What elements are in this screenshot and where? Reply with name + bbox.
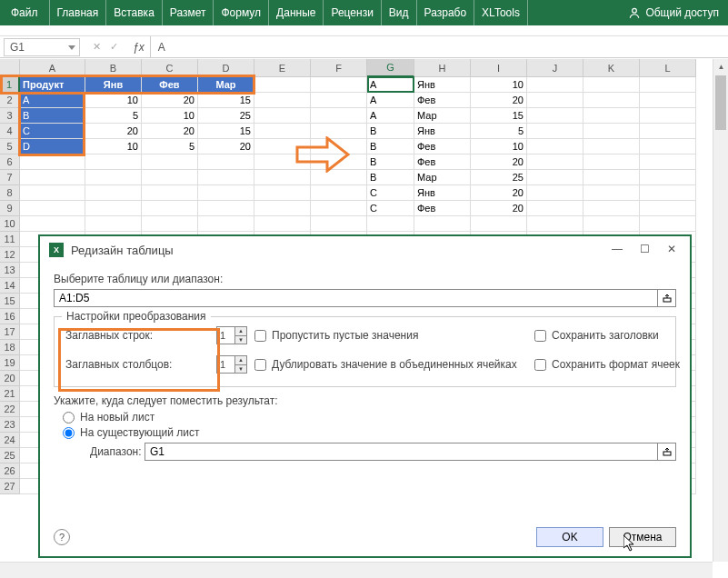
- cell-H7[interactable]: Мар: [414, 170, 471, 185]
- ribbon-tab-0[interactable]: Главная: [50, 0, 107, 25]
- cell-B5[interactable]: 10: [85, 139, 142, 154]
- name-box[interactable]: G1: [4, 38, 80, 56]
- cell-K5[interactable]: [583, 139, 640, 154]
- new-sheet-radio[interactable]: На новый лист: [63, 411, 676, 424]
- cell-I1[interactable]: 10: [471, 77, 527, 93]
- row-header-14[interactable]: 14: [0, 278, 20, 294]
- cell-H9[interactable]: Фев: [414, 201, 471, 216]
- cell-A6[interactable]: [20, 154, 85, 170]
- ribbon-tab-1[interactable]: Вставка: [106, 0, 163, 25]
- scroll-up-icon[interactable]: ▲: [713, 59, 728, 75]
- cell-G4[interactable]: B: [367, 124, 414, 139]
- cell-J3[interactable]: [527, 108, 583, 124]
- cell-B4[interactable]: 20: [85, 124, 142, 139]
- row-header-15[interactable]: 15: [0, 294, 20, 309]
- cell-L8[interactable]: [640, 185, 696, 201]
- cell-H1[interactable]: Янв: [414, 77, 471, 93]
- row-header-11[interactable]: 11: [0, 232, 20, 247]
- cell-C8[interactable]: [142, 185, 198, 201]
- cell-G8[interactable]: C: [367, 185, 414, 201]
- row-header-4[interactable]: 4: [0, 124, 20, 139]
- row-header-25[interactable]: 25: [0, 448, 20, 463]
- cell-I2[interactable]: 20: [471, 93, 527, 108]
- row-header-7[interactable]: 7: [0, 170, 20, 185]
- col-header-G[interactable]: G: [367, 59, 414, 77]
- cell-H3[interactable]: Мар: [414, 108, 471, 124]
- col-header-D[interactable]: D: [198, 59, 254, 77]
- row-header-5[interactable]: 5: [0, 139, 20, 154]
- cell-B2[interactable]: 10: [85, 93, 142, 108]
- col-header-A[interactable]: A: [20, 59, 85, 77]
- cell-G1[interactable]: A: [367, 77, 414, 93]
- cell-A1[interactable]: Продукт: [20, 77, 85, 93]
- dest-range-picker-button[interactable]: [658, 443, 676, 461]
- cell-B6[interactable]: [85, 154, 142, 170]
- cell-G7[interactable]: B: [367, 170, 414, 185]
- cell-H4[interactable]: Янв: [414, 124, 471, 139]
- col-header-L[interactable]: L: [640, 59, 696, 77]
- cell-K8[interactable]: [583, 185, 640, 201]
- cell-A5[interactable]: D: [20, 139, 85, 154]
- row-header-22[interactable]: 22: [0, 402, 20, 417]
- cell-I10[interactable]: [471, 216, 527, 232]
- cell-K7[interactable]: [583, 170, 640, 185]
- dup-merged-checkbox[interactable]: Дублировать значение в объединенных ячей…: [254, 358, 527, 371]
- spin-down-icon[interactable]: ▼: [235, 336, 246, 344]
- cell-L3[interactable]: [640, 108, 696, 124]
- cell-I8[interactable]: 20: [471, 185, 527, 201]
- cell-D3[interactable]: 25: [198, 108, 254, 124]
- ribbon-tab-3[interactable]: Формул: [214, 0, 269, 25]
- cell-K3[interactable]: [583, 108, 640, 124]
- row-header-10[interactable]: 10: [0, 216, 20, 232]
- cell-E8[interactable]: [254, 185, 311, 201]
- cell-J9[interactable]: [527, 201, 583, 216]
- row-header-13[interactable]: 13: [0, 263, 20, 278]
- cell-G3[interactable]: A: [367, 108, 414, 124]
- row-header-18[interactable]: 18: [0, 340, 20, 355]
- cell-L4[interactable]: [640, 124, 696, 139]
- ribbon-tab-6[interactable]: Вид: [382, 0, 417, 25]
- cell-B9[interactable]: [85, 201, 142, 216]
- cell-J6[interactable]: [527, 154, 583, 170]
- cell-D9[interactable]: [198, 201, 254, 216]
- cell-D8[interactable]: [198, 185, 254, 201]
- col-header-K[interactable]: K: [583, 59, 640, 77]
- cell-A7[interactable]: [20, 170, 85, 185]
- cell-K1[interactable]: [583, 77, 640, 93]
- existing-sheet-radio[interactable]: На существующий лист: [63, 426, 676, 439]
- cell-B1[interactable]: Янв: [85, 77, 142, 93]
- cell-D10[interactable]: [198, 216, 254, 232]
- cell-F3[interactable]: [311, 108, 367, 124]
- cell-A4[interactable]: C: [20, 124, 85, 139]
- cell-I5[interactable]: 10: [471, 139, 527, 154]
- cell-D1[interactable]: Мар: [198, 77, 254, 93]
- keep-format-checkbox[interactable]: Сохранить формат ячеек: [534, 358, 698, 371]
- cell-J2[interactable]: [527, 93, 583, 108]
- header-rows-spinner[interactable]: 1 ▲▼: [216, 326, 247, 344]
- cell-D2[interactable]: 15: [198, 93, 254, 108]
- cell-K2[interactable]: [583, 93, 640, 108]
- spin-up-icon[interactable]: ▲: [235, 356, 246, 365]
- fx-label[interactable]: ƒx: [127, 41, 150, 54]
- ok-button[interactable]: OK: [536, 527, 603, 547]
- cell-G5[interactable]: B: [367, 139, 414, 154]
- cell-L5[interactable]: [640, 139, 696, 154]
- cell-G10[interactable]: [367, 216, 414, 232]
- cell-K9[interactable]: [583, 201, 640, 216]
- cell-J1[interactable]: [527, 77, 583, 93]
- cell-H2[interactable]: Фев: [414, 93, 471, 108]
- header-cols-spinner[interactable]: 1 ▲▼: [216, 355, 247, 374]
- cell-A2[interactable]: A: [20, 93, 85, 108]
- row-header-21[interactable]: 21: [0, 386, 20, 402]
- cell-K6[interactable]: [583, 154, 640, 170]
- cell-B10[interactable]: [85, 216, 142, 232]
- select-all-button[interactable]: [0, 59, 20, 77]
- cell-I4[interactable]: 5: [471, 124, 527, 139]
- cell-F1[interactable]: [311, 77, 367, 93]
- col-header-B[interactable]: B: [85, 59, 142, 77]
- row-header-1[interactable]: 1: [0, 77, 20, 93]
- cell-C7[interactable]: [142, 170, 198, 185]
- col-header-C[interactable]: C: [142, 59, 198, 77]
- cell-H5[interactable]: Фев: [414, 139, 471, 154]
- scroll-thumb[interactable]: [715, 75, 726, 130]
